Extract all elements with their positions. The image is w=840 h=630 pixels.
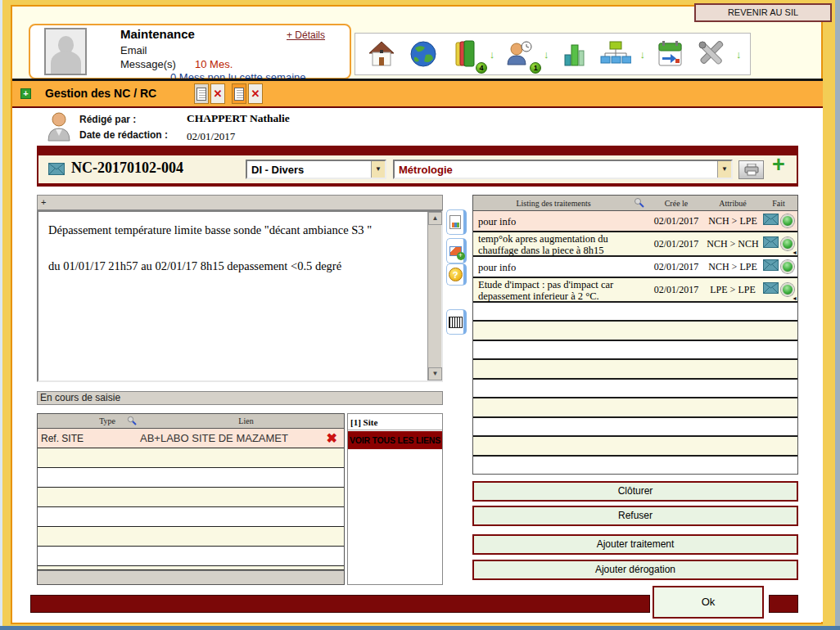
help-button[interactable]: ? <box>446 263 467 286</box>
mail-icon[interactable] <box>763 236 779 251</box>
description-line-1: Dépassement température limite basse son… <box>48 223 409 237</box>
delete-button-1[interactable]: ✕ <box>210 83 225 104</box>
add-image-icon <box>449 246 462 256</box>
user-tasks-icon[interactable]: 1 <box>500 38 538 70</box>
treatment-empty-row[interactable] <box>473 437 797 456</box>
treatments-search-icon[interactable] <box>634 197 647 209</box>
treatment-empty-row[interactable] <box>473 322 797 340</box>
treatment-text: Etude d'impact : pas d'impact car depass… <box>473 278 647 301</box>
link-empty-row[interactable] <box>38 468 344 488</box>
treatment-empty-row[interactable] <box>473 360 797 379</box>
globe-icon[interactable] <box>404 38 442 70</box>
org-chart-icon[interactable] <box>597 38 635 70</box>
textarea-scrollbar[interactable]: ▲ ▼ <box>427 212 441 380</box>
documents-icon[interactable]: 4 <box>446 38 484 70</box>
refuser-button[interactable]: Refuser <box>472 506 798 526</box>
treatment-empty-row[interactable] <box>473 303 797 322</box>
statistics-icon[interactable] <box>555 38 593 70</box>
print-button[interactable] <box>738 160 764 179</box>
delete-link-icon[interactable]: ✖ <box>327 430 337 446</box>
scroll-up-arrow[interactable]: ▲ <box>428 212 442 225</box>
treatments-table: Listing des traitements Crée le Attribué… <box>472 195 798 475</box>
link-empty-row[interactable] <box>38 527 344 547</box>
treatment-empty-row[interactable] <box>473 341 797 360</box>
document-button-1[interactable] <box>194 83 209 104</box>
ok-button[interactable]: Ok <box>653 586 764 619</box>
link-row[interactable]: Ref. SITEAB+LABO SITE DE MAZAMET✖ <box>38 429 344 448</box>
author-value: CHAPPERT Nathalie <box>187 112 290 125</box>
treatment-text: pour info <box>473 211 647 231</box>
envelope-icon[interactable] <box>48 163 65 178</box>
treatment-row[interactable]: temp°ok apres augmentation du chauffage … <box>473 232 797 257</box>
author-person-icon <box>45 111 73 142</box>
frame-right-edge <box>835 0 840 626</box>
nc-category-dropdown-arrow[interactable]: ▼ <box>717 161 731 178</box>
nc-type-select[interactable]: DI - Divers ▼ <box>246 160 386 179</box>
nc-type-dropdown-arrow[interactable]: ▼ <box>371 161 385 178</box>
documents-dropdown-arrow[interactable]: ↓ <box>488 48 496 61</box>
user-tasks-dropdown-arrow[interactable]: ↓ <box>542 48 550 61</box>
document-button-2[interactable] <box>232 83 246 104</box>
treatment-empty-row[interactable] <box>473 398 797 417</box>
mail-icon[interactable] <box>763 214 779 228</box>
ajouter-derogation-button[interactable]: Ajouter dérogation <box>472 560 798 580</box>
tools-icon[interactable] <box>693 38 730 70</box>
link-empty-row[interactable] <box>38 547 344 566</box>
link-empty-row[interactable] <box>38 488 344 507</box>
user-card: Maintenance + Détails Email Message(s) 1… <box>29 24 351 79</box>
cloturer-button[interactable]: Clôturer <box>472 481 798 502</box>
mail-icon[interactable] <box>763 259 779 274</box>
nc-number: NC-20170102-004 <box>71 160 183 177</box>
treatment-date: 02/01/2017 <box>647 257 706 277</box>
delete-icon: ✕ <box>214 88 223 100</box>
note-header-bar[interactable]: + <box>37 195 443 210</box>
link-empty-row[interactable] <box>38 448 344 468</box>
link-value: AB+LABO SITE DE MAZAMET <box>140 432 344 444</box>
links-table-header: Type Lien <box>38 414 344 429</box>
planning-icon[interactable] <box>651 38 689 70</box>
description-textarea[interactable]: Dépassement température limite basse son… <box>37 210 443 382</box>
done-led-icon[interactable] <box>781 260 794 273</box>
treatment-empty-row[interactable] <box>473 457 797 474</box>
treatment-empty-row[interactable] <box>473 418 797 437</box>
done-led-icon[interactable] <box>781 283 794 296</box>
links-search-icon[interactable] <box>115 416 148 427</box>
nc-type-value: DI - Divers <box>247 164 371 176</box>
mail-icon[interactable] <box>763 282 779 297</box>
nc-category-select[interactable]: Métrologie ▼ <box>393 160 733 179</box>
links-table: Type Lien Ref. SITEAB+LABO SITE DE MAZAM… <box>37 413 345 585</box>
documents-badge: 4 <box>476 62 487 74</box>
bottom-bar-right <box>769 595 798 613</box>
done-led-icon[interactable] <box>781 214 794 227</box>
view-all-links-button[interactable]: VOIR TOUS LES LIENS <box>348 431 442 449</box>
app-screen: REVENIR AU SIL Maintenance + Détails Ema… <box>0 0 840 630</box>
email-label-2: Message(s) <box>120 58 176 70</box>
home-icon[interactable] <box>363 38 400 70</box>
treatment-date: 02/01/2017 <box>647 211 706 231</box>
treatments-title: Listing des traitements <box>473 199 634 208</box>
revenir-au-sil-button[interactable]: REVENIR AU SIL <box>694 3 832 22</box>
scroll-down-arrow[interactable]: ▼ <box>428 367 442 380</box>
ajouter-traitement-button[interactable]: Ajouter traitement <box>472 534 798 555</box>
treatment-row[interactable]: pour info02/01/2017NCH > LPE <box>473 257 797 278</box>
treatment-empty-row[interactable] <box>473 380 797 398</box>
expand-plus-icon[interactable]: + <box>20 88 31 99</box>
add-image-button[interactable] <box>446 238 467 263</box>
nc-header-panel: NC-20170102-004 DI - Divers ▼ Métrologie… <box>37 146 798 187</box>
barcode-button[interactable] <box>446 309 467 335</box>
report-button[interactable] <box>446 209 467 235</box>
add-nc-button[interactable]: + <box>772 152 785 178</box>
done-led-icon[interactable] <box>781 237 794 250</box>
site-count-label: [1] Site <box>348 414 442 430</box>
details-link[interactable]: + Détails <box>287 29 325 41</box>
tools-dropdown-arrow[interactable]: ↓ <box>734 48 743 61</box>
treatment-row[interactable]: pour info02/01/2017NCH > LPE <box>473 211 797 232</box>
org-chart-dropdown-arrow[interactable]: ↓ <box>639 48 647 61</box>
delete-button-2[interactable]: ✕ <box>248 83 263 104</box>
link-empty-row[interactable] <box>38 507 344 527</box>
messages-count: 10 Mes. <box>195 58 233 70</box>
avatar-body <box>51 51 81 75</box>
author-label: Rédigé par : <box>79 114 136 125</box>
site-links-panel: [1] Site VOIR TOUS LES LIENS <box>347 413 443 585</box>
treatment-row[interactable]: Etude d'impact : pas d'impact car depass… <box>473 278 797 303</box>
